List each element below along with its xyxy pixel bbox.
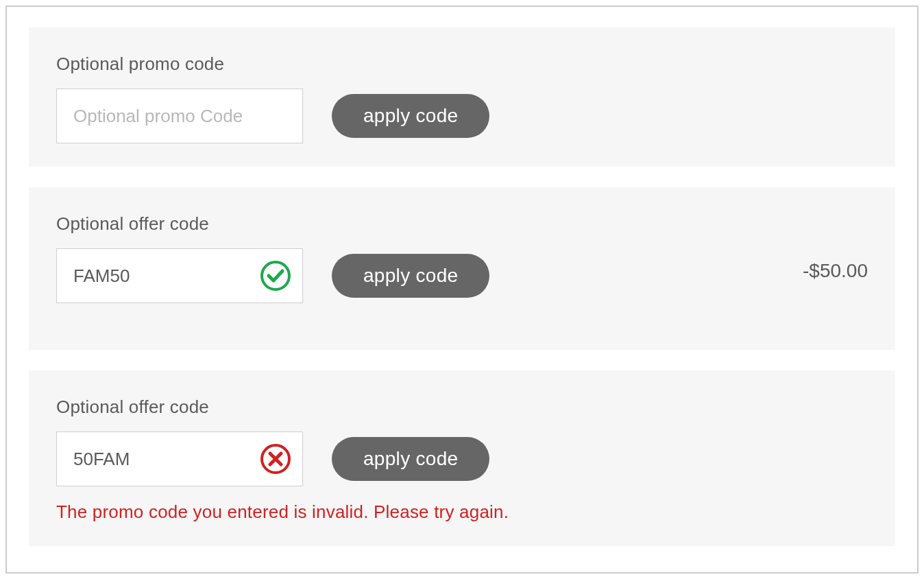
apply-offer-invalid-button[interactable]: apply code: [332, 437, 489, 481]
promo-code-label: Optional promo code: [56, 54, 868, 75]
offer-code-invalid-label: Optional offer code: [56, 397, 868, 418]
offer-invalid-input-wrap: [56, 432, 303, 486]
error-message: The promo code you entered is invalid. P…: [56, 501, 868, 523]
checkmark-circle-icon: [259, 259, 292, 292]
promo-input-wrap: [56, 88, 303, 143]
offer-valid-input-wrap: [56, 248, 303, 303]
discount-amount: -$50.00: [803, 260, 868, 282]
svg-point-0: [262, 262, 289, 290]
offer-code-valid-label: Optional offer code: [56, 213, 868, 235]
promo-code-section: Optional promo code apply code: [29, 27, 895, 167]
offer-code-valid-section: Optional offer code apply code -$50.00: [29, 187, 895, 350]
offer-code-invalid-section: Optional offer code apply code The promo…: [29, 370, 895, 546]
outer-frame: Optional promo code apply code Optional …: [5, 5, 919, 574]
offer-invalid-input-row: apply code: [56, 432, 868, 486]
promo-code-input[interactable]: [56, 88, 303, 143]
promo-input-row: apply code: [56, 88, 868, 143]
apply-promo-button[interactable]: apply code: [332, 94, 489, 138]
apply-offer-valid-button[interactable]: apply code: [332, 254, 489, 298]
x-circle-icon: [259, 442, 292, 475]
offer-valid-input-row: apply code: [56, 248, 868, 303]
